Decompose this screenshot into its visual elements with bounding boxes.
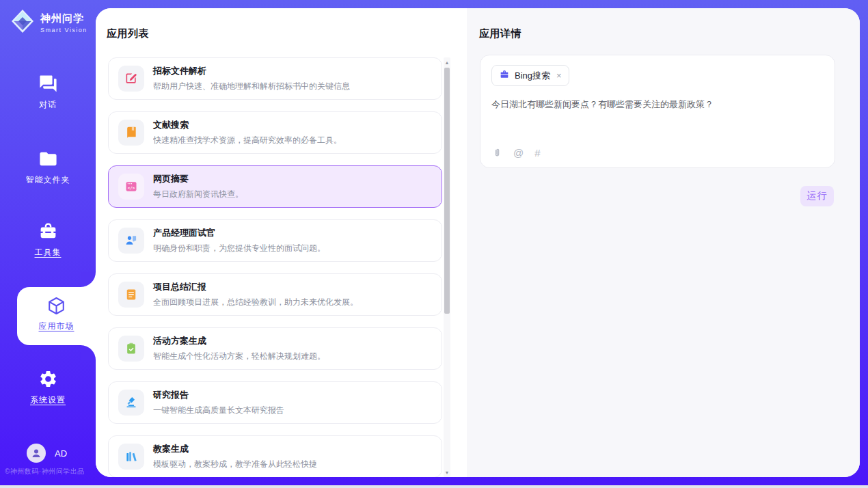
sidebar-item-toolbox[interactable]: 工具集 [0, 221, 96, 258]
app-card-desc: 一键智能生成高质量长文本研究报告 [153, 405, 284, 416]
app-card-title: 项目总结汇报 [153, 281, 358, 293]
folder-icon [0, 149, 96, 170]
app-card-desc: 帮助用户快速、准确地理解和解析招标书中的关键信息 [153, 81, 350, 92]
avatar[interactable] [27, 444, 46, 463]
web-code-icon: </> [118, 174, 144, 200]
app-card-title: 招标文件解析 [153, 65, 350, 77]
gear-icon [0, 369, 96, 390]
app-card[interactable]: </>网页摘要每日政府新闻资讯快查。 [108, 165, 442, 208]
brand-subtitle: Smart Vision [40, 27, 87, 33]
bottom-strip [0, 485, 868, 488]
sidebar-item-label: 应用市场 [17, 321, 96, 332]
tool-chip-label: Bing搜索 [515, 70, 550, 82]
tool-chip[interactable]: Bing搜索 × [491, 65, 569, 86]
app-card[interactable]: 产品经理面试官明确身份和职责，为您提供专业性的面试问题。 [108, 219, 442, 262]
app-logo: 神州问学 Smart Vision [10, 8, 87, 38]
main-content: 应用列表 招标文件解析帮助用户快速、准确地理解和解析招标书中的关键信息文献搜索快… [96, 8, 860, 477]
chip-close-icon[interactable]: × [556, 70, 562, 81]
chat-icon [0, 74, 96, 94]
sidebar: 神州问学 Smart Vision 对话智能文件夹工具集应用市场系统设置 AD … [0, 0, 96, 488]
paperclip-icon[interactable] [492, 146, 502, 159]
sidebar-footer: ©神州数码·神州问学出品 [5, 467, 85, 476]
active-notch-curve [81, 345, 96, 360]
sidebar-item-smart-folder[interactable]: 智能文件夹 [0, 149, 96, 186]
app-card-desc: 智能生成个性化活动方案，轻松解决规划难题。 [153, 351, 325, 362]
app-card[interactable]: 文献搜索快速精准查找学术资源，提高研究效率的必备工具。 [108, 111, 442, 154]
scrollbar-thumb[interactable] [444, 68, 450, 314]
prompt-toolbar: @# [492, 146, 541, 159]
app-card[interactable]: 教案生成模板驱动，教案秒成，教学准备从此轻松快捷 [108, 435, 442, 477]
app-card-desc: 明确身份和职责，为您提供专业性的面试问题。 [153, 243, 325, 254]
sidebar-item-label: 系统设置 [0, 394, 96, 406]
app-list-panel: 应用列表 招标文件解析帮助用户快速、准确地理解和解析招标书中的关键信息文献搜索快… [96, 8, 467, 477]
sidebar-item-settings[interactable]: 系统设置 [0, 369, 96, 406]
sidebar-item-label: 智能文件夹 [0, 174, 96, 186]
app-card-title: 产品经理面试官 [153, 227, 325, 239]
briefcase-icon [499, 69, 510, 82]
cube-icon [17, 296, 96, 316]
sidebar-item-app-market[interactable]: 应用市场 [17, 287, 96, 345]
active-notch-curve [81, 272, 96, 287]
app-card[interactable]: 项目总结汇报全面回顾项目进展，总结经验教训，助力未来优化发展。 [108, 273, 442, 316]
microscope-icon [118, 390, 144, 416]
app-card-title: 研究报告 [153, 389, 284, 401]
scrollbar-up-button[interactable]: ▲ [444, 58, 450, 66]
app-card-desc: 每日政府新闻资讯快查。 [153, 189, 243, 200]
app-card-title: 文献搜索 [153, 119, 342, 131]
app-card[interactable]: 研究报告一键智能生成高质量长文本研究报告 [108, 381, 442, 424]
run-button[interactable]: 运行 [800, 186, 834, 206]
edit-doc-icon [118, 66, 144, 92]
app-list-title: 应用列表 [107, 27, 149, 40]
gem-logo-icon [10, 8, 36, 38]
interviewer-icon [118, 228, 144, 254]
books-icon [118, 444, 144, 470]
user-name: AD [55, 448, 67, 459]
at-icon[interactable]: @ [513, 148, 524, 158]
toolbox-icon [0, 221, 96, 242]
prompt-card: Bing搜索 × 今日湖北有哪些新闻要点？有哪些需要关注的最新政策？ @# [480, 55, 835, 168]
brand-name: 神州问学 [40, 12, 87, 25]
app-card-list: 招标文件解析帮助用户快速、准确地理解和解析招标书中的关键信息文献搜索快速精准查找… [108, 57, 442, 477]
app-card-title: 网页摘要 [153, 173, 243, 185]
app-card[interactable]: 招标文件解析帮助用户快速、准确地理解和解析招标书中的关键信息 [108, 57, 442, 100]
hash-icon[interactable]: # [534, 148, 540, 158]
app-card-title: 教案生成 [153, 443, 317, 455]
clipboard-check-icon [118, 336, 144, 362]
note-icon [118, 282, 144, 308]
app-detail-title: 应用详情 [479, 27, 521, 40]
scrollbar[interactable]: ▲ ▼ [444, 57, 450, 477]
sidebar-item-label: 对话 [0, 99, 96, 111]
app-card-desc: 全面回顾项目进展，总结经验教训，助力未来优化发展。 [153, 297, 358, 308]
prompt-input[interactable]: 今日湖北有哪些新闻要点？有哪些需要关注的最新政策？ [491, 98, 824, 111]
svg-text:</>: </> [128, 186, 135, 190]
user-row[interactable]: AD [27, 444, 67, 463]
app-card-title: 活动方案生成 [153, 335, 325, 347]
sidebar-item-chat[interactable]: 对话 [0, 74, 96, 111]
book-icon [118, 120, 144, 146]
scrollbar-down-button[interactable]: ▼ [444, 468, 450, 476]
sidebar-item-label: 工具集 [0, 247, 96, 258]
app-card[interactable]: 活动方案生成智能生成个性化活动方案，轻松解决规划难题。 [108, 327, 442, 370]
app-card-desc: 模板驱动，教案秒成，教学准备从此轻松快捷 [153, 459, 317, 470]
app-detail-panel: 应用详情 Bing搜索 × 今日湖北有哪些新闻要点？有哪些需要关注的最新政策？ … [467, 8, 860, 477]
app-card-desc: 快速精准查找学术资源，提高研究效率的必备工具。 [153, 135, 342, 146]
